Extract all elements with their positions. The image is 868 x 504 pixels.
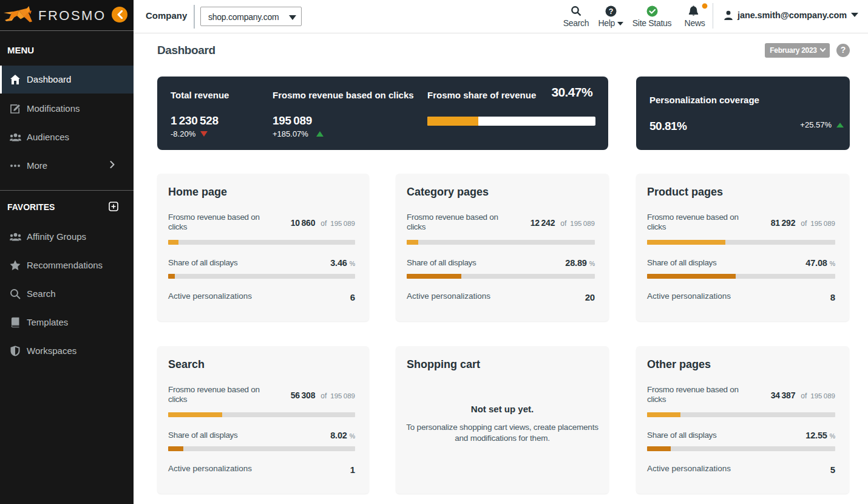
svg-text:?: ? xyxy=(608,7,612,16)
